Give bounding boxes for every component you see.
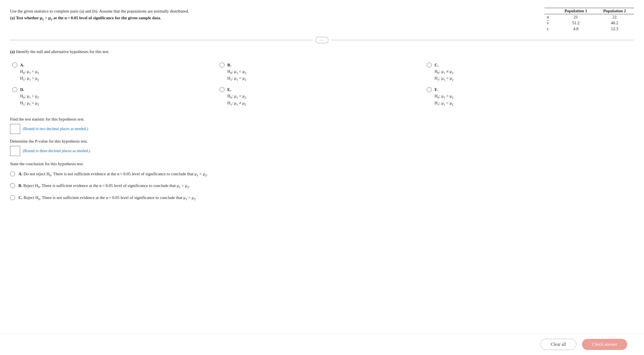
part-a-label: (a) [10,49,15,54]
table-row-s: s 4.8 12.3 [545,26,634,32]
section-heading-a: (a) Identify the null and alternative hy… [10,49,634,54]
conclusion-letter-b: B. [18,183,22,188]
table-cell-n-pop1: 21 [556,14,595,20]
option-label-b: B. H0: μ1 < μ2 H1: μ1 = μ2 [227,62,246,82]
option-d-line2: H1: μ1 = μ2 [20,100,39,107]
intro-text: Use the given statistics to complete par… [10,8,189,15]
option-letter-e: E. [227,87,231,92]
radio-a[interactable] [12,63,17,68]
header-area: Use the given statistics to complete par… [10,8,634,32]
p-value-label: Determine the P-value for this hypothesi… [10,139,634,144]
radio-conclusion-a[interactable] [10,171,15,176]
divider-line-left [10,40,313,40]
conclusion-section: State the conclusion for this hypothesis… [10,162,634,202]
option-letter-d: D. [20,87,24,92]
table-row-x: x 51.2 40.2 [545,20,634,26]
table-cell-x-pop1: 51.2 [556,20,595,26]
table-header-empty [545,8,556,14]
part-a-intro: (a) Test whether μ1 > μ2 at the α = 0.05… [10,15,189,22]
conclusion-option-a: A. Do not reject H0. There is not suffic… [10,171,634,178]
part-a-bold: (a) [10,16,15,20]
radio-b[interactable] [220,63,225,68]
hypotheses-options-grid: A. H0: μ1 = μ2 H1: μ1 > μ2 B. H0: μ1 < μ… [12,60,634,109]
option-cell-e: E. H0: μ1 = μ2 H1: μ1 ≠ μ2 [220,84,427,109]
option-b-line1: H0: μ1 < μ2 [227,68,246,75]
option-a-line2: H1: μ1 > μ2 [20,75,39,82]
option-letter-b: B. [227,63,231,67]
stats-table-wrapper: Population 1 Population 2 n 21 22 x 51.2… [545,8,634,32]
radio-c[interactable] [427,63,432,68]
table-header-pop1: Population 1 [556,8,595,14]
table-row-n: n 21 22 [545,14,634,20]
option-d-line1: H0: μ1 > μ2 [20,93,39,100]
option-f-line1: H0: μ1 = μ2 [435,93,454,100]
bottom-bar: Clear all Check answer [0,334,644,355]
p-value-hint: (Round to three decimal places as needed… [23,149,90,153]
radio-d[interactable] [12,87,17,92]
divider-row: ··· [10,37,634,43]
radio-conclusion-c[interactable] [10,195,15,200]
option-letter-c: C. [435,63,439,67]
option-e-line2: H1: μ1 ≠ μ2 [227,100,246,107]
option-cell-b: B. H0: μ1 < μ2 H1: μ1 = μ2 [220,60,427,84]
check-answer-button[interactable]: Check answer [582,339,627,350]
conclusion-label: State the conclusion for this hypothesis… [10,162,634,166]
table-header-pop2: Population 2 [595,8,634,14]
radio-e[interactable] [220,87,225,92]
option-cell-f: F. H0: μ1 = μ2 H1: μ1 < μ2 [427,84,634,109]
option-letter-f: F. [435,87,438,92]
option-label-c: C. H0: μ1 ≠ μ2 H1: μ1 = μ2 [435,62,454,82]
option-f-line2: H1: μ1 < μ2 [435,100,454,107]
main-container: Use the given statistics to complete par… [0,0,644,240]
conclusion-text-a: A. Do not reject H0. There is not suffic… [18,171,208,178]
conclusion-option-b: B. Reject H0. There is sufficient eviden… [10,183,634,190]
test-statistic-label: Find the test statistic for this hypothe… [10,117,634,122]
option-label-f: F. H0: μ1 = μ2 H1: μ1 < μ2 [435,87,454,107]
option-label-a: A. H0: μ1 = μ2 H1: μ1 > μ2 [20,62,39,82]
table-cell-s-pop2: 12.3 [595,26,634,32]
test-statistic-input-row: (Round to two decimal places as needed.) [10,124,634,134]
test-statistic-answer-box[interactable] [10,124,20,134]
table-cell-s-pop1: 4.8 [556,26,595,32]
radio-f[interactable] [427,87,432,92]
option-cell-a: A. H0: μ1 = μ2 H1: μ1 > μ2 [12,60,220,84]
table-cell-n-pop2: 22 [595,14,634,20]
option-a-line1: H0: μ1 = μ2 [20,68,39,75]
table-cell-n-label: n [545,14,556,20]
test-statistic-hint: (Round to two decimal places as needed.) [23,127,88,131]
option-c-line1: H0: μ1 ≠ μ2 [435,68,454,75]
radio-conclusion-b[interactable] [10,183,15,188]
p-value-input-row: (Round to three decimal places as needed… [10,146,634,156]
problem-statement: Use the given statistics to complete par… [10,8,189,22]
option-label-e: E. H0: μ1 = μ2 H1: μ1 ≠ μ2 [227,87,246,107]
divider-line-right [331,40,634,40]
option-cell-c: C. H0: μ1 ≠ μ2 H1: μ1 = μ2 [427,60,634,84]
option-label-d: D. H0: μ1 > μ2 H1: μ1 = μ2 [20,87,39,107]
option-c-line2: H1: μ1 = μ2 [435,75,454,82]
stats-table: Population 1 Population 2 n 21 22 x 51.2… [545,8,634,32]
dots-button[interactable]: ··· [316,37,329,43]
option-cell-d: D. H0: μ1 > μ2 H1: μ1 = μ2 [12,84,220,109]
conclusion-option-c: C. Reject H0. There is not sufficient ev… [10,195,634,202]
option-letter-a: A. [20,63,24,67]
option-e-line1: H0: μ1 = μ2 [227,93,246,100]
p-value-section: Determine the P-value for this hypothesi… [10,139,634,156]
p-value-answer-box[interactable] [10,146,20,156]
table-cell-s-label: s [545,26,556,32]
conclusion-letter-c: C. [18,195,23,200]
table-cell-x-pop2: 40.2 [595,20,634,26]
test-statistic-section: Find the test statistic for this hypothe… [10,117,634,134]
option-b-line2: H1: μ1 = μ2 [227,75,246,82]
conclusion-text-b: B. Reject H0. There is sufficient eviden… [18,183,190,190]
table-cell-x-label: x [545,20,556,26]
conclusion-text-c: C. Reject H0. There is not sufficient ev… [18,195,197,202]
conclusion-letter-a: A. [18,172,23,176]
clear-all-button[interactable]: Clear all [540,339,576,350]
